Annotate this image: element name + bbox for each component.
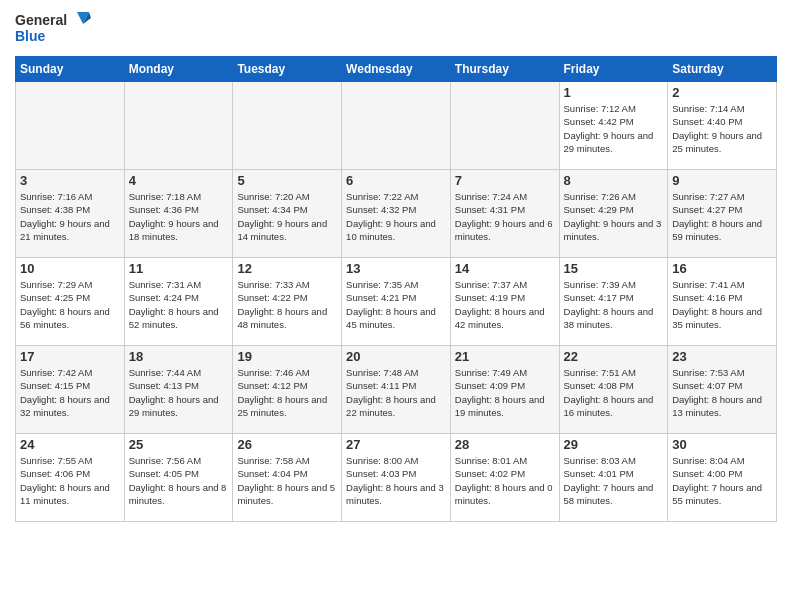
day-number: 19 bbox=[237, 349, 337, 364]
calendar-cell: 6Sunrise: 7:22 AM Sunset: 4:32 PM Daylig… bbox=[342, 170, 451, 258]
day-info: Sunrise: 7:39 AM Sunset: 4:17 PM Dayligh… bbox=[564, 278, 664, 331]
calendar-cell: 21Sunrise: 7:49 AM Sunset: 4:09 PM Dayli… bbox=[450, 346, 559, 434]
logo-svg: General Blue bbox=[15, 10, 95, 48]
day-number: 16 bbox=[672, 261, 772, 276]
page-header: General Blue bbox=[15, 10, 777, 48]
day-number: 9 bbox=[672, 173, 772, 188]
day-number: 7 bbox=[455, 173, 555, 188]
day-info: Sunrise: 7:44 AM Sunset: 4:13 PM Dayligh… bbox=[129, 366, 229, 419]
calendar-cell: 12Sunrise: 7:33 AM Sunset: 4:22 PM Dayli… bbox=[233, 258, 342, 346]
day-number: 6 bbox=[346, 173, 446, 188]
calendar-cell bbox=[342, 82, 451, 170]
day-number: 14 bbox=[455, 261, 555, 276]
calendar-cell: 8Sunrise: 7:26 AM Sunset: 4:29 PM Daylig… bbox=[559, 170, 668, 258]
day-number: 24 bbox=[20, 437, 120, 452]
week-row-2: 3Sunrise: 7:16 AM Sunset: 4:38 PM Daylig… bbox=[16, 170, 777, 258]
week-row-3: 10Sunrise: 7:29 AM Sunset: 4:25 PM Dayli… bbox=[16, 258, 777, 346]
day-number: 10 bbox=[20, 261, 120, 276]
day-number: 26 bbox=[237, 437, 337, 452]
day-number: 28 bbox=[455, 437, 555, 452]
calendar-cell: 13Sunrise: 7:35 AM Sunset: 4:21 PM Dayli… bbox=[342, 258, 451, 346]
day-header-saturday: Saturday bbox=[668, 57, 777, 82]
day-info: Sunrise: 7:26 AM Sunset: 4:29 PM Dayligh… bbox=[564, 190, 664, 243]
day-number: 2 bbox=[672, 85, 772, 100]
day-number: 21 bbox=[455, 349, 555, 364]
day-number: 8 bbox=[564, 173, 664, 188]
day-number: 3 bbox=[20, 173, 120, 188]
calendar-cell: 25Sunrise: 7:56 AM Sunset: 4:05 PM Dayli… bbox=[124, 434, 233, 522]
day-number: 20 bbox=[346, 349, 446, 364]
calendar-cell: 19Sunrise: 7:46 AM Sunset: 4:12 PM Dayli… bbox=[233, 346, 342, 434]
day-number: 27 bbox=[346, 437, 446, 452]
calendar-table: SundayMondayTuesdayWednesdayThursdayFrid… bbox=[15, 56, 777, 522]
calendar-cell: 15Sunrise: 7:39 AM Sunset: 4:17 PM Dayli… bbox=[559, 258, 668, 346]
day-number: 12 bbox=[237, 261, 337, 276]
svg-text:General: General bbox=[15, 12, 67, 28]
day-info: Sunrise: 8:03 AM Sunset: 4:01 PM Dayligh… bbox=[564, 454, 664, 507]
calendar-cell bbox=[233, 82, 342, 170]
calendar-cell: 14Sunrise: 7:37 AM Sunset: 4:19 PM Dayli… bbox=[450, 258, 559, 346]
day-header-monday: Monday bbox=[124, 57, 233, 82]
calendar-cell: 20Sunrise: 7:48 AM Sunset: 4:11 PM Dayli… bbox=[342, 346, 451, 434]
calendar-cell: 17Sunrise: 7:42 AM Sunset: 4:15 PM Dayli… bbox=[16, 346, 125, 434]
day-header-friday: Friday bbox=[559, 57, 668, 82]
day-info: Sunrise: 7:18 AM Sunset: 4:36 PM Dayligh… bbox=[129, 190, 229, 243]
day-info: Sunrise: 7:48 AM Sunset: 4:11 PM Dayligh… bbox=[346, 366, 446, 419]
day-number: 11 bbox=[129, 261, 229, 276]
calendar-cell: 7Sunrise: 7:24 AM Sunset: 4:31 PM Daylig… bbox=[450, 170, 559, 258]
calendar-cell bbox=[450, 82, 559, 170]
logo: General Blue bbox=[15, 10, 95, 48]
day-info: Sunrise: 7:51 AM Sunset: 4:08 PM Dayligh… bbox=[564, 366, 664, 419]
week-row-4: 17Sunrise: 7:42 AM Sunset: 4:15 PM Dayli… bbox=[16, 346, 777, 434]
calendar-cell: 22Sunrise: 7:51 AM Sunset: 4:08 PM Dayli… bbox=[559, 346, 668, 434]
calendar-cell: 9Sunrise: 7:27 AM Sunset: 4:27 PM Daylig… bbox=[668, 170, 777, 258]
calendar-cell: 26Sunrise: 7:58 AM Sunset: 4:04 PM Dayli… bbox=[233, 434, 342, 522]
day-header-thursday: Thursday bbox=[450, 57, 559, 82]
day-info: Sunrise: 7:14 AM Sunset: 4:40 PM Dayligh… bbox=[672, 102, 772, 155]
calendar-cell: 28Sunrise: 8:01 AM Sunset: 4:02 PM Dayli… bbox=[450, 434, 559, 522]
calendar-cell: 24Sunrise: 7:55 AM Sunset: 4:06 PM Dayli… bbox=[16, 434, 125, 522]
week-row-5: 24Sunrise: 7:55 AM Sunset: 4:06 PM Dayli… bbox=[16, 434, 777, 522]
calendar-cell: 27Sunrise: 8:00 AM Sunset: 4:03 PM Dayli… bbox=[342, 434, 451, 522]
day-header-wednesday: Wednesday bbox=[342, 57, 451, 82]
day-number: 17 bbox=[20, 349, 120, 364]
calendar-cell: 4Sunrise: 7:18 AM Sunset: 4:36 PM Daylig… bbox=[124, 170, 233, 258]
calendar-cell: 1Sunrise: 7:12 AM Sunset: 4:42 PM Daylig… bbox=[559, 82, 668, 170]
day-info: Sunrise: 8:04 AM Sunset: 4:00 PM Dayligh… bbox=[672, 454, 772, 507]
calendar-header-row: SundayMondayTuesdayWednesdayThursdayFrid… bbox=[16, 57, 777, 82]
calendar-cell: 16Sunrise: 7:41 AM Sunset: 4:16 PM Dayli… bbox=[668, 258, 777, 346]
calendar-cell: 2Sunrise: 7:14 AM Sunset: 4:40 PM Daylig… bbox=[668, 82, 777, 170]
svg-text:Blue: Blue bbox=[15, 28, 46, 44]
calendar-cell: 5Sunrise: 7:20 AM Sunset: 4:34 PM Daylig… bbox=[233, 170, 342, 258]
day-info: Sunrise: 7:56 AM Sunset: 4:05 PM Dayligh… bbox=[129, 454, 229, 507]
day-info: Sunrise: 7:31 AM Sunset: 4:24 PM Dayligh… bbox=[129, 278, 229, 331]
calendar-cell: 30Sunrise: 8:04 AM Sunset: 4:00 PM Dayli… bbox=[668, 434, 777, 522]
day-number: 25 bbox=[129, 437, 229, 452]
day-number: 18 bbox=[129, 349, 229, 364]
day-info: Sunrise: 7:58 AM Sunset: 4:04 PM Dayligh… bbox=[237, 454, 337, 507]
day-number: 22 bbox=[564, 349, 664, 364]
day-info: Sunrise: 7:22 AM Sunset: 4:32 PM Dayligh… bbox=[346, 190, 446, 243]
calendar-cell: 29Sunrise: 8:03 AM Sunset: 4:01 PM Dayli… bbox=[559, 434, 668, 522]
day-info: Sunrise: 7:24 AM Sunset: 4:31 PM Dayligh… bbox=[455, 190, 555, 243]
calendar-cell bbox=[16, 82, 125, 170]
day-info: Sunrise: 7:53 AM Sunset: 4:07 PM Dayligh… bbox=[672, 366, 772, 419]
day-number: 15 bbox=[564, 261, 664, 276]
calendar-cell bbox=[124, 82, 233, 170]
day-header-sunday: Sunday bbox=[16, 57, 125, 82]
day-info: Sunrise: 7:49 AM Sunset: 4:09 PM Dayligh… bbox=[455, 366, 555, 419]
calendar-cell: 18Sunrise: 7:44 AM Sunset: 4:13 PM Dayli… bbox=[124, 346, 233, 434]
week-row-1: 1Sunrise: 7:12 AM Sunset: 4:42 PM Daylig… bbox=[16, 82, 777, 170]
day-number: 30 bbox=[672, 437, 772, 452]
calendar-cell: 10Sunrise: 7:29 AM Sunset: 4:25 PM Dayli… bbox=[16, 258, 125, 346]
day-info: Sunrise: 7:12 AM Sunset: 4:42 PM Dayligh… bbox=[564, 102, 664, 155]
day-number: 4 bbox=[129, 173, 229, 188]
day-info: Sunrise: 7:41 AM Sunset: 4:16 PM Dayligh… bbox=[672, 278, 772, 331]
calendar-cell: 3Sunrise: 7:16 AM Sunset: 4:38 PM Daylig… bbox=[16, 170, 125, 258]
day-info: Sunrise: 7:35 AM Sunset: 4:21 PM Dayligh… bbox=[346, 278, 446, 331]
day-info: Sunrise: 8:00 AM Sunset: 4:03 PM Dayligh… bbox=[346, 454, 446, 507]
calendar-body: 1Sunrise: 7:12 AM Sunset: 4:42 PM Daylig… bbox=[16, 82, 777, 522]
day-info: Sunrise: 7:27 AM Sunset: 4:27 PM Dayligh… bbox=[672, 190, 772, 243]
day-info: Sunrise: 7:20 AM Sunset: 4:34 PM Dayligh… bbox=[237, 190, 337, 243]
day-number: 13 bbox=[346, 261, 446, 276]
